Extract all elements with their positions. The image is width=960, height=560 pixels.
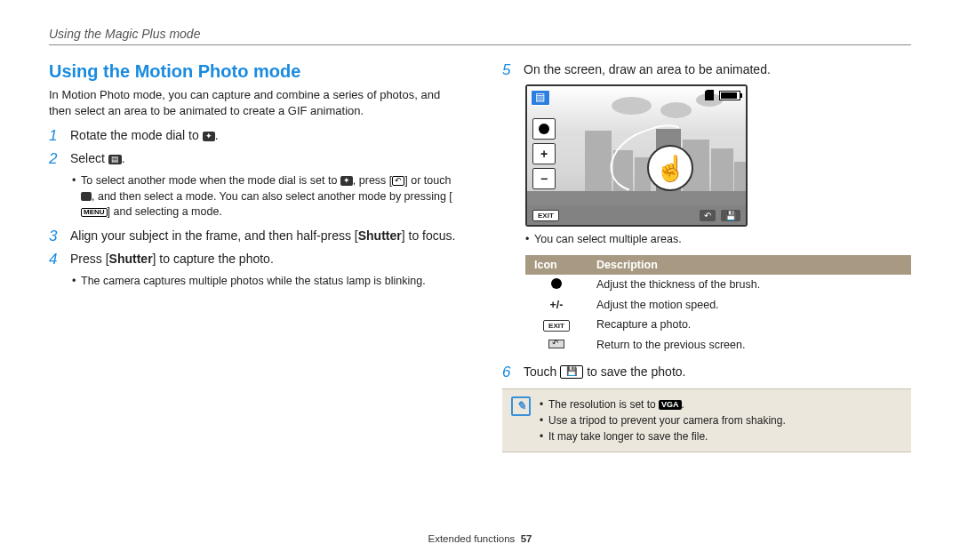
vga-icon: VGA [659, 400, 682, 410]
intro-text: In Motion Photo mode, you can capture an… [49, 87, 458, 118]
s2a-m1: , press [ [353, 174, 392, 187]
table-row: Adjust the thickness of the brush. [525, 275, 911, 295]
step-1-text-post: . [215, 128, 219, 142]
step-number: 3 [49, 228, 61, 245]
speed-minus-button[interactable]: − [532, 168, 556, 189]
menu-button-icon: MENU [81, 208, 108, 217]
sd-card-icon [705, 90, 714, 100]
step-1-text-pre: Rotate the mode dial to [70, 128, 203, 142]
footer-section: Extended functions [428, 533, 515, 544]
camera-screen-preview: + − EXIT ↶ 💾 [525, 84, 748, 227]
row-desc: Recapture a photo. [588, 315, 911, 335]
s4-post: ] to capture the photo. [153, 252, 274, 266]
step-number: 4 [49, 251, 61, 268]
step-number: 6 [502, 364, 515, 381]
n1-pre: The resolution is set to [548, 398, 659, 411]
s5-text: On the screen, draw an area to be animat… [524, 61, 771, 79]
exit-button[interactable]: EXIT [532, 210, 559, 221]
step-2: 2 Select ▤. [49, 150, 458, 168]
table-row: +/- Adjust the motion speed. [525, 295, 911, 315]
step-number: 2 [49, 150, 61, 168]
breadcrumb: Using the Magic Plus mode [49, 27, 911, 41]
icon-description-table: Icon Description Adjust the thickness of… [525, 255, 911, 355]
brush-icon [551, 278, 562, 289]
s2a-m3: , and then select a mode. You can also s… [92, 190, 452, 203]
s2a-post: ] and selecting a mode. [108, 205, 222, 218]
step-1: 1 Rotate the mode dial to ✦. [49, 127, 458, 145]
note-icon: ✎ [511, 396, 531, 416]
s6-post: to save the photo. [587, 364, 685, 379]
exit-icon: EXIT [543, 320, 570, 332]
step-2-sub: To select another mode when the mode dia… [72, 173, 458, 220]
s3-post: ] to focus. [402, 228, 456, 243]
mode-dial-icon: ✦ [340, 176, 353, 186]
th-icon: Icon [525, 255, 588, 275]
th-desc: Description [588, 255, 911, 275]
step-6: 6 Touch 💾 to save the photo. [502, 364, 911, 381]
save-button[interactable]: 💾 [721, 210, 740, 221]
battery-icon [719, 91, 740, 100]
page-number: 57 [521, 533, 532, 544]
step-3: 3 Align your subject in the frame, and t… [49, 228, 458, 245]
step-5-sub: You can select multiple areas. [525, 232, 911, 248]
n1-post: . [682, 398, 684, 411]
shutter-label: Shutter [358, 228, 402, 243]
table-row: Return to the previous screen. [525, 335, 911, 355]
row-desc: Adjust the thickness of the brush. [588, 275, 911, 295]
s3-pre: Align your subject in the frame, and the… [70, 228, 358, 243]
touch-hand-icon [647, 145, 693, 191]
mode-indicator-icon [531, 90, 550, 106]
section-heading: Using the Motion Photo mode [49, 61, 458, 82]
footer: Extended functions 57 [0, 533, 960, 544]
save-icon: 💾 [560, 365, 583, 379]
plus-minus-icon: +/- [550, 299, 564, 311]
table-row: EXIT Recapture a photo. [525, 315, 911, 335]
return-icon [548, 340, 564, 348]
step-number: 1 [49, 127, 61, 145]
s5-sub-text: You can select multiple areas. [525, 232, 911, 248]
divider [49, 44, 911, 45]
row-desc: Adjust the motion speed. [588, 295, 911, 315]
right-column: 5 On the screen, draw an area to be anim… [502, 61, 911, 452]
step-4: 4 Press [Shutter] to capture the photo. [49, 251, 458, 268]
step-number: 5 [502, 61, 515, 79]
step-5: 5 On the screen, draw an area to be anim… [502, 61, 911, 79]
s4-sub-text: The camera captures multiple photos whil… [72, 274, 458, 290]
brush-thickness-button[interactable] [532, 118, 556, 140]
note-3: It may take longer to save the file. [540, 428, 786, 444]
speed-plus-button[interactable]: + [532, 143, 556, 164]
s2a-pre: To select another mode when the mode dia… [81, 174, 340, 187]
undo-button[interactable]: ↶ [700, 210, 716, 221]
shutter-label: Shutter [109, 252, 153, 266]
touch-mode-icon [81, 192, 92, 201]
note-box: ✎ The resolution is set to VGA. Use a tr… [502, 388, 911, 452]
step-2-text-post: . [122, 151, 125, 165]
s6-pre: Touch [524, 364, 560, 379]
motion-photo-icon: ▤ [108, 155, 122, 164]
note-2: Use a tripod to prevent your camera from… [540, 412, 786, 428]
left-column: Using the Motion Photo mode In Motion Ph… [49, 61, 458, 452]
mode-dial-icon: ✦ [203, 132, 215, 141]
step-2-text-pre: Select [70, 151, 108, 165]
back-button-icon: ↶ [392, 176, 404, 186]
step-4-sub: The camera captures multiple photos whil… [72, 274, 458, 290]
s4-pre: Press [ [70, 252, 109, 266]
row-desc: Return to the previous screen. [588, 335, 911, 355]
s2a-m2: ] or touch [404, 174, 451, 187]
